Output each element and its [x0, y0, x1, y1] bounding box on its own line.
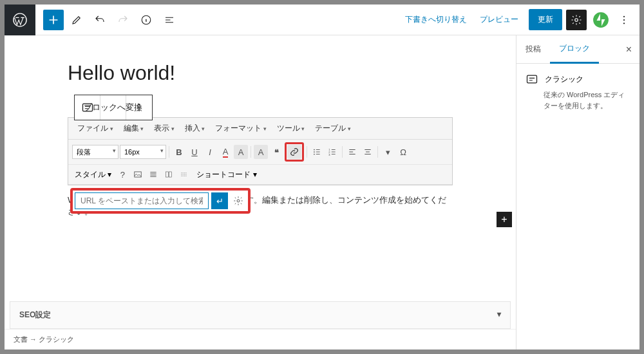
svg-point-20: [237, 200, 240, 202]
textcolor-icon[interactable]: A: [218, 145, 232, 159]
bullist-icon[interactable]: [310, 145, 324, 159]
breadcrumb-doc[interactable]: 文書: [14, 335, 28, 343]
style-menu[interactable]: スタイル ▾: [72, 169, 114, 180]
link-url-popup: ↵: [70, 188, 251, 214]
bold-icon[interactable]: B: [172, 145, 186, 159]
block-name-label: クラシック: [545, 74, 583, 85]
redo-icon[interactable]: [113, 10, 133, 30]
svg-point-4: [623, 15, 625, 17]
edit-mode-icon[interactable]: [66, 10, 87, 30]
svg-text:3: 3: [328, 153, 330, 156]
svg-point-5: [623, 19, 625, 20]
svg-point-8: [138, 104, 140, 105]
update-button[interactable]: 更新: [529, 9, 562, 30]
jetpack-icon[interactable]: [591, 10, 611, 30]
menu-view[interactable]: 表示: [150, 120, 178, 136]
alignleft-icon[interactable]: [345, 145, 359, 159]
block-breadcrumb: 文書 → クラシック: [5, 329, 516, 349]
columns-icon[interactable]: [162, 167, 176, 182]
classic-editor: ファイル 編集 表示 挿入 フォーマット ツール テーブル 段落 16px B …: [68, 117, 453, 185]
tab-post[interactable]: 投稿: [516, 36, 550, 62]
aligncenter-icon[interactable]: [361, 145, 375, 159]
more-options-icon[interactable]: [614, 10, 634, 30]
fontsize-select[interactable]: 16px: [120, 145, 166, 159]
svg-point-3: [593, 12, 609, 28]
numlist-icon[interactable]: 123: [325, 145, 339, 159]
editor-body: Hello world! ブロックへ変換 ファイル 編集 表示: [5, 35, 639, 349]
preview-link[interactable]: プレビュー: [473, 14, 525, 25]
info-icon[interactable]: [136, 10, 156, 30]
block-more-icon[interactable]: [126, 95, 152, 120]
svg-rect-17: [135, 172, 142, 177]
block-info-panel: クラシック 従来の WordPress エディターを使用します。: [516, 64, 639, 120]
chevron-down-icon: ▾: [497, 310, 501, 321]
seo-settings-label: SEO設定: [19, 310, 51, 321]
switch-to-draft-link[interactable]: 下書きへ切り替え: [399, 14, 473, 25]
fullwidth-icon[interactable]: [146, 167, 160, 182]
svg-rect-21: [527, 75, 537, 83]
link-settings-icon[interactable]: [231, 193, 246, 209]
settings-icon[interactable]: [566, 10, 587, 30]
add-block-floating-icon[interactable]: +: [497, 212, 512, 227]
shortcode-menu[interactable]: ショートコード ▾: [193, 169, 260, 180]
highlight-icon[interactable]: A: [254, 145, 268, 159]
menu-format[interactable]: フォーマット: [211, 120, 270, 136]
more-toolbar-icon[interactable]: ▾: [381, 145, 395, 159]
menu-insert[interactable]: 挿入: [181, 120, 209, 136]
classic-toolbar-row1: 段落 16px B U I A A A ❝ 123: [68, 140, 452, 165]
editor-canvas-wrap: Hello world! ブロックへ変換 ファイル 編集 表示: [5, 35, 516, 349]
block-toolbar: ブロックへ変換: [74, 95, 153, 120]
link-icon[interactable]: [287, 145, 301, 159]
classic-toolbar-row2: スタイル ▾ ? ショートコード ▾: [68, 165, 452, 185]
undo-icon[interactable]: [90, 10, 110, 30]
menu-file[interactable]: ファイル: [73, 120, 117, 136]
link-url-input[interactable]: [75, 192, 209, 209]
top-toolbar: 下書きへ切り替え プレビュー 更新: [5, 5, 639, 35]
add-block-button[interactable]: [43, 10, 64, 30]
classic-block-sidebar-icon: [526, 73, 538, 86]
svg-point-6: [623, 23, 625, 24]
svg-point-10: [138, 110, 140, 111]
tab-block[interactable]: ブロック: [550, 35, 599, 64]
menu-table[interactable]: テーブル: [311, 120, 355, 136]
specialchar-icon[interactable]: Ω: [396, 145, 410, 159]
help-icon[interactable]: ?: [115, 167, 129, 182]
link-submit-icon[interactable]: ↵: [211, 192, 228, 209]
svg-point-9: [138, 107, 140, 108]
paragraph-select[interactable]: 段落: [72, 145, 118, 159]
quote-icon[interactable]: ❝: [269, 145, 283, 159]
svg-point-11: [314, 149, 315, 151]
block-description: 従来の WordPress エディターを使用します。: [544, 89, 630, 111]
italic-icon[interactable]: I: [203, 145, 217, 159]
editor-canvas[interactable]: Hello world! ブロックへ変換 ファイル 編集 表示: [5, 35, 516, 301]
settings-sidebar: 投稿 ブロック × クラシック 従来の WordPress エディターを使用しま…: [516, 35, 639, 349]
separator-icon[interactable]: [177, 167, 191, 182]
bgcolor-icon[interactable]: A: [234, 145, 248, 159]
underline-icon[interactable]: U: [187, 145, 202, 159]
convert-to-blocks-button[interactable]: ブロックへ変換: [100, 95, 126, 120]
outline-icon[interactable]: [159, 10, 180, 30]
menu-tools[interactable]: ツール: [273, 120, 309, 136]
post-title[interactable]: Hello world!: [68, 61, 453, 85]
svg-point-12: [314, 151, 315, 153]
sidebar-tabs: 投稿 ブロック ×: [516, 35, 639, 64]
svg-rect-18: [166, 172, 169, 177]
image-icon[interactable]: [131, 167, 145, 182]
close-sidebar-icon[interactable]: ×: [618, 44, 639, 55]
app-window: 下書きへ切り替え プレビュー 更新 Hello world! ブロックへ変換: [5, 5, 639, 349]
svg-point-13: [314, 154, 315, 155]
svg-point-2: [575, 18, 578, 21]
classic-menu-bar: ファイル 編集 表示 挿入 フォーマット ツール テーブル: [68, 118, 452, 140]
wordpress-logo[interactable]: [5, 5, 35, 35]
breadcrumb-block[interactable]: クラシック: [39, 335, 74, 343]
seo-settings-panel[interactable]: SEO設定 ▾: [10, 301, 511, 329]
menu-edit[interactable]: 編集: [120, 120, 148, 136]
svg-rect-19: [169, 172, 172, 177]
